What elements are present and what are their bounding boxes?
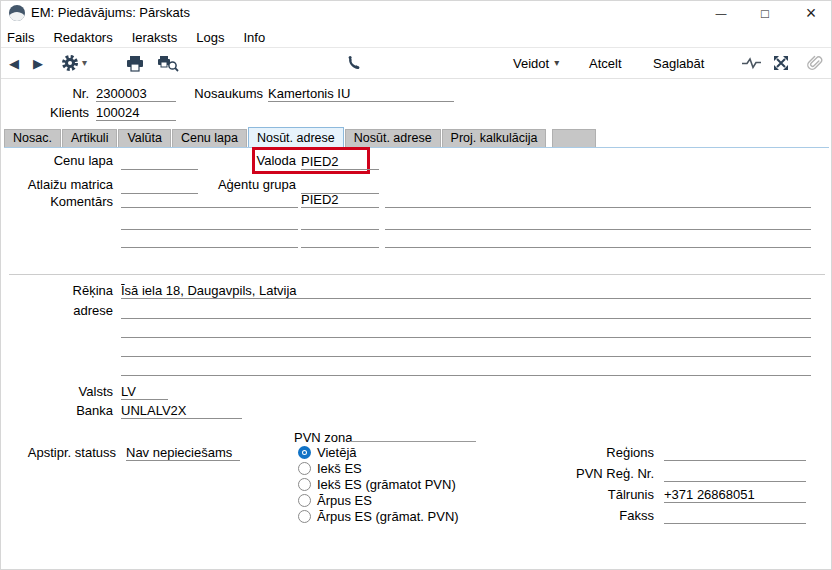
settings-button[interactable]: ▾ [61,48,87,78]
komentars-field-r0c1[interactable]: PIED2 [301,192,379,208]
pvn-option-3-radio[interactable] [298,494,311,507]
komentars-field-r1c0[interactable] [121,214,298,230]
veidot-button[interactable]: Veidot ▾ [513,48,559,78]
apstipr-statuss-field[interactable]: Nav nepieciešams [126,445,240,461]
komentars-field-r2c1[interactable] [301,232,379,248]
attachment-button[interactable] [806,48,823,78]
close-icon: × [806,3,817,24]
pvn-option-0-label[interactable]: Vietējā [317,445,357,460]
fakss-field[interactable] [664,508,806,524]
rekina-label: Rēķina [31,283,113,298]
banka-label: Banka [31,403,113,418]
tab-bar: Nosac. Artikuli Valūta Cenu lapa Nosūt. … [4,127,597,147]
expand-icon [773,55,789,71]
back-button[interactable]: ◀ [9,48,19,78]
valsts-label: Valsts [31,384,113,399]
komentars-field-r1c1[interactable] [301,214,379,230]
regions-field[interactable] [664,445,806,461]
print-preview-button[interactable] [156,48,180,78]
valsts-field[interactable]: LV [121,384,168,400]
tab-artikuli[interactable]: Artikuli [62,129,118,147]
komentars-field-r0c2[interactable] [385,192,811,208]
tab-nosac[interactable]: Nosac. [4,129,61,147]
adrese-label: adrese [31,303,113,318]
tab-underline [4,147,829,148]
paperclip-icon [806,55,823,72]
tab-cenu-lapa[interactable]: Cenu lapa [172,129,247,147]
pvn-reg-nr-field[interactable] [664,466,806,482]
veidot-label: Veidot [513,56,549,71]
pvn-reg-nr-label: PVN Reģ. Nr. [556,466,654,481]
pvn-option-2-label[interactable]: Iekš ES (grāmatot PVN) [317,477,456,492]
maximize-icon: □ [761,6,769,21]
menu-ieraksts[interactable]: Ieraksts [132,30,178,45]
komentars-field-r2c2[interactable] [385,232,811,248]
invoice-address-line-2[interactable] [121,322,811,338]
tab-valuta[interactable]: Valūta [118,129,171,147]
atcelt-label: Atcelt [589,56,622,71]
nr-field[interactable]: 2300003 [96,86,176,102]
app-logo-icon [9,5,25,21]
menu-bar: Fails Redaktors Ieraksts Logs Info [1,27,831,47]
nr-label: Nr. [41,86,89,101]
klients-field[interactable]: 100024 [96,105,176,121]
klients-label: Klients [41,105,89,120]
cenu-lapa-field[interactable] [121,154,198,170]
pvn-option-4-label[interactable]: Ārpus ES (grāmat. PVN) [317,509,459,524]
toolbar: ◀ ▶ ▾ [1,48,831,78]
invoice-address-line-4[interactable] [121,360,811,376]
title-bar: EM: Piedāvājums: Pārskats — □ × [1,1,831,25]
saglabat-button[interactable]: Saglabāt [653,48,704,78]
phone-icon [345,55,361,71]
nosaukums-field[interactable]: Kamertonis IU [268,86,454,102]
gear-icon [61,54,79,72]
valoda-field[interactable]: PIED2 [301,154,379,170]
komentars-field-r2c0[interactable] [121,232,298,248]
tab-nosut-adrese-1[interactable]: Nosūt. adrese [248,127,344,147]
printer-icon [125,55,145,72]
print-button[interactable] [125,48,145,78]
activity-button[interactable] [741,48,762,78]
cenu-lapa-label: Cenu lapa [1,153,113,168]
invoice-address-line-1[interactable] [121,303,811,319]
talrunis-field[interactable]: +371 26868051 [664,487,806,503]
atlaizu-matrica-label: Atlaižu matrica [1,177,113,192]
toolbar-separator [1,78,832,79]
menu-redaktors[interactable]: Redaktors [53,30,112,45]
fakss-label: Fakss [556,508,654,523]
minimize-icon: — [716,7,727,19]
saglabat-label: Saglabāt [653,56,704,71]
print-preview-icon [156,55,180,72]
maximize-button[interactable]: □ [745,1,785,25]
phone-button[interactable] [345,48,361,78]
apstipr-statuss-label: Apstipr. statuss [1,445,116,460]
tab-proj-kalkulacija[interactable]: Proj. kalkulācija [442,129,547,147]
pvn-option-4-radio[interactable] [298,510,311,523]
atcelt-button[interactable]: Atcelt [589,48,622,78]
invoice-address-line-0[interactable]: Īsā iela 18, Daugavpils, Latvija [121,283,811,299]
pvn-option-3-label[interactable]: Ārpus ES [317,493,372,508]
tab-nosut-adrese-2[interactable]: Nosūt. adrese [345,129,441,147]
banka-field[interactable]: UNLALV2X [121,403,242,419]
close-button[interactable]: × [789,1,832,25]
pvn-zona-label: PVN zona [294,430,353,445]
agentu-grupa-label: Aģentu grupa [181,177,296,192]
expand-button[interactable] [773,48,789,78]
menu-info[interactable]: Info [243,30,265,45]
tab-stub [552,129,596,147]
nosaukums-label: Nosaukums [176,86,263,101]
app-window: EM: Piedāvājums: Pārskats — □ × Fails Re… [0,0,832,570]
pvn-option-0-radio[interactable] [298,446,311,459]
menu-fails[interactable]: Fails [7,30,34,45]
pvn-option-1-radio[interactable] [298,462,311,475]
menu-logs[interactable]: Logs [196,30,224,45]
komentars-field-r1c2[interactable] [385,214,811,230]
forward-button[interactable]: ▶ [33,48,43,78]
invoice-address-line-3[interactable] [121,341,811,357]
komentars-field-r0c0[interactable] [121,192,298,208]
pvn-option-1-label[interactable]: Iekš ES [317,461,362,476]
window-title: EM: Piedāvājums: Pārskats [31,5,190,20]
pulse-icon [741,56,762,70]
pvn-option-2-radio[interactable] [298,478,311,491]
minimize-button[interactable]: — [701,1,741,25]
